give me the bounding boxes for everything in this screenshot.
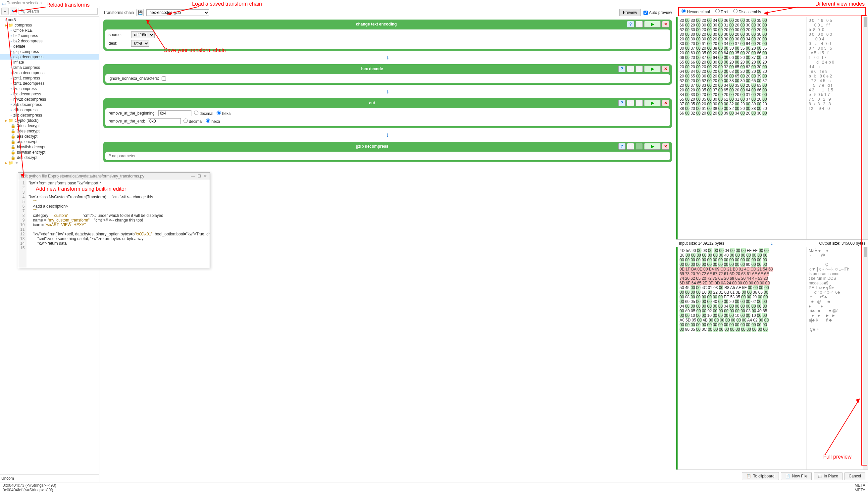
chain-arrow-icon: ↓ (770, 240, 773, 246)
radio-hexa[interactable]: hexa (217, 111, 236, 116)
save-chain-button[interactable]: 💾 (136, 9, 144, 16)
reload-button[interactable]: ⟳ (10, 7, 17, 15)
lock-icon: 🔒 (10, 140, 16, 144)
tree-label: xor8 (8, 18, 16, 22)
tree-item[interactable]: ▫ lznt1 decompress (0, 81, 99, 86)
close-icon[interactable]: ✕ (204, 174, 207, 178)
tree-item[interactable]: ▫ zlib decompress (0, 102, 99, 107)
search-input[interactable] (26, 9, 96, 14)
tree-item[interactable]: ▫ lzma decompress (0, 70, 99, 76)
preview-button[interactable]: Preview (619, 9, 641, 16)
tree-label: bz2 compress (13, 34, 38, 38)
ignore-checkbox[interactable] (162, 77, 166, 81)
tree-item[interactable]: ▫ Office RLE (0, 28, 99, 33)
source-label: source: (109, 33, 128, 37)
tree-item[interactable]: ▫ zlib compress (0, 107, 99, 112)
lock-icon: 🔒 (10, 134, 16, 139)
cancel-button[interactable]: Cancel (845, 472, 865, 480)
dest-select[interactable]: utf-8 (131, 40, 149, 47)
dest-label: dest: (109, 41, 128, 46)
tree-item[interactable]: 🔒 3des decrypt (0, 123, 99, 128)
tree-item[interactable]: ▫ lzma compress (0, 65, 99, 70)
tree-item[interactable]: 🔒 des decrypt (0, 155, 99, 160)
tree-item[interactable]: 🔒 aes encrypt (0, 139, 99, 144)
source-select[interactable]: utf-16le (131, 31, 155, 38)
scrollbar[interactable] (863, 17, 868, 239)
tree-item[interactable]: ▫ bz2 compress (0, 33, 99, 38)
tree-label: blowfish encrypt (17, 150, 45, 155)
viewmode-hex[interactable]: Hexadecimal (681, 9, 710, 14)
end-input[interactable] (148, 118, 181, 124)
tree-item[interactable]: ▫ bz2 decompress (0, 38, 99, 44)
code-area[interactable]: "kw">from transforms.base "kw">import * … (26, 180, 210, 268)
new-file-button[interactable]: 📄New File (781, 472, 812, 480)
maximize-icon[interactable]: ☐ (197, 174, 201, 178)
radio-hexa[interactable]: hexa (206, 119, 226, 124)
minimize-icon[interactable]: — (191, 174, 195, 178)
ignore-label: ignore_nonhexa_characters: (109, 76, 159, 81)
tree-item[interactable]: ▸ 📁 compress (0, 22, 99, 28)
tree-label: gzip decompress (13, 55, 43, 59)
scrollbar[interactable] (863, 247, 868, 470)
move-down-button[interactable]: ↓ (636, 143, 643, 150)
uncomp-label: Uncom (0, 474, 99, 482)
tree-item[interactable]: ▫ nrv2b decompress (0, 97, 99, 102)
tree-item[interactable]: ▫ inflate (0, 60, 99, 65)
file-icon: ▫ (10, 97, 12, 102)
begin-input[interactable] (158, 110, 191, 116)
radio-decimal[interactable]: decimal (184, 119, 203, 124)
tree-label: bz2 decompress (13, 39, 42, 43)
help-button[interactable]: ? (618, 66, 626, 72)
delete-button[interactable]: ✕ (662, 100, 669, 106)
add-button[interactable]: ＋ (1, 7, 8, 15)
editor-window[interactable]: Edit python file E:\projets\malcat\mydat… (18, 172, 210, 268)
hex-bytes: 30 00 30 00 20 00 34 00 36 00 20 00 30 0… (676, 17, 806, 239)
chain-select[interactable]: hex-encoded gzip (146, 9, 209, 16)
tree-item[interactable]: ▫ lzo compress (0, 86, 99, 91)
viewmode-switcher[interactable]: Hexadecimal Text Disassembly (678, 7, 866, 16)
run-button[interactable]: ▶ (644, 100, 661, 106)
help-button[interactable]: ? (618, 100, 626, 106)
radio-decimal[interactable]: decimal (194, 111, 214, 116)
tree-item[interactable]: 🔒 blowfish decrypt (0, 144, 99, 150)
tree-item[interactable]: 🔒 aes decrypt (0, 134, 99, 139)
move-up-button[interactable]: ↑ (627, 143, 634, 150)
tree-item[interactable]: ▫ lznt1 compress (0, 76, 99, 81)
move-up-button[interactable]: ↑ (627, 100, 634, 106)
tree-item[interactable]: 🔒 3des encrypt (0, 128, 99, 134)
tree-item[interactable]: ▸ 📁 cr (0, 160, 99, 166)
line-gutter: 1 2 3 4 5 6 7 8 9 10 11 12 13 14 15 (18, 180, 26, 268)
run-button[interactable]: ▶ (644, 21, 661, 27)
chain-label: Transforms chain (103, 10, 134, 15)
file-icon: ▫ (10, 113, 12, 117)
tree-item[interactable]: ▫ lzo decompress (0, 91, 99, 97)
delete-button[interactable]: ✕ (662, 21, 669, 27)
run-button[interactable]: ▶ (644, 143, 661, 150)
move-down-button[interactable]: ↓ (636, 66, 643, 72)
tree-item[interactable]: ▫ gzip compress (0, 49, 99, 54)
move-down-button[interactable]: ↓ (636, 100, 643, 106)
tree-item[interactable]: 🔒 blowfish encrypt (0, 150, 99, 155)
search-box[interactable]: 🔍 (19, 8, 98, 15)
tree-item[interactable]: ▫ gzip decompress (0, 54, 99, 60)
end-label: remove_at_the_end: (109, 119, 145, 124)
hex-output-pane[interactable]: 4D 5A 90 00 03 00 00 00 04 00 00 00 FF F… (676, 247, 868, 470)
in-place-button[interactable]: ⬚In Place (814, 472, 842, 480)
viewmode-text[interactable]: Text (715, 9, 728, 14)
delete-button[interactable]: ✕ (662, 66, 669, 72)
delete-button[interactable]: ✕ (662, 143, 669, 150)
move-up-button[interactable]: ↑ (627, 66, 634, 72)
help-button[interactable]: ? (627, 21, 634, 27)
tree-item[interactable]: ▸ 📁 crypto (block) (0, 118, 99, 123)
hex-input-pane[interactable]: 30 00 30 00 20 00 34 00 36 00 20 00 30 0… (676, 17, 868, 240)
move-down-button[interactable]: ↓ (636, 21, 643, 27)
auto-preview-checkbox[interactable]: Auto preview (643, 10, 672, 15)
run-button[interactable]: ▶ (644, 66, 661, 72)
help-button[interactable]: ? (618, 143, 626, 150)
to-clipboard-button[interactable]: 📋To clipboard (742, 472, 779, 480)
tree-item[interactable]: ▫ deflate (0, 44, 99, 49)
viewmode-disasm[interactable]: Disassembly (733, 9, 761, 14)
editor-title-text: Edit python file E:\projets\malcat\mydat… (21, 174, 144, 178)
tree-item[interactable]: ▫ xor8 (0, 17, 99, 22)
tree-item[interactable]: ▫ zlib decompress (0, 112, 99, 118)
